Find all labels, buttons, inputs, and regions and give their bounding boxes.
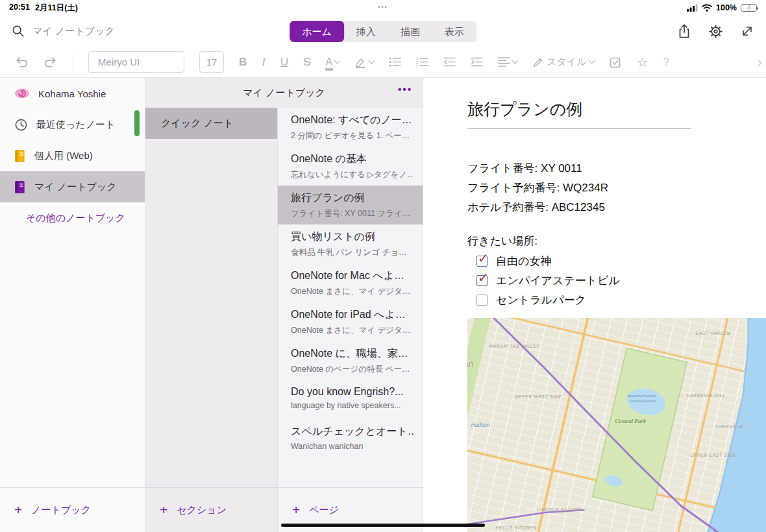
section-label: クイック ノート (161, 117, 233, 128)
multitask-dots: ••• (378, 4, 388, 10)
page-title-field[interactable]: 旅行プランの例 (467, 99, 766, 120)
page-preview: 食料品 牛乳 パン リンゴ チョ… (291, 247, 414, 258)
alignment-button[interactable] (498, 56, 517, 67)
settings-button[interactable] (708, 24, 723, 39)
outdent-icon (443, 56, 456, 67)
underline-button[interactable]: U (280, 56, 288, 69)
font-color-button[interactable]: A (326, 57, 340, 67)
svg-text:3: 3 (416, 64, 419, 67)
tab-insert[interactable]: 挿入 (344, 21, 388, 42)
section-item-quick-notes[interactable]: クイック ノート (145, 108, 277, 139)
check-icon: ✓ (478, 252, 489, 265)
share-button[interactable] (677, 23, 691, 39)
strikethrough-button[interactable]: S (303, 56, 310, 69)
page-list-item[interactable]: 買い物リストの例 食料品 牛乳 パン リンゴ チョ… (278, 224, 423, 263)
question-tag-button[interactable]: ? (663, 56, 669, 69)
tab-view[interactable]: 表示 (432, 21, 476, 42)
page-list-item[interactable]: スペルチェックとオート… Wanichan wanichan (278, 419, 423, 458)
page-list-item[interactable]: OneNote の基本 忘れないようにする ▷タグをノ… (278, 147, 423, 186)
tab-draw[interactable]: 描画 (388, 21, 432, 42)
undo-button[interactable] (14, 56, 29, 69)
numbered-list-icon: 123 (416, 56, 428, 67)
page-list-item[interactable]: OneNote: すべてのノー… 2 分間の ビデオを見る 1. ペー… (278, 108, 423, 147)
todo-label: 自由の女神 (496, 254, 551, 269)
sidebar-item-more-notebooks[interactable]: その他のノートブック (0, 202, 145, 234)
sidebar-item-personal-web[interactable]: 個人用 (Web) (0, 140, 145, 171)
svg-text:YORKVILLE: YORKVILLE (715, 424, 743, 429)
page-title: 旅行プランの例 (291, 191, 414, 205)
numbered-list-button[interactable]: 123 (416, 56, 428, 67)
sidebar-item-recent-notes[interactable]: 最近使ったノート (0, 109, 145, 140)
page-title: スペルチェックとオート… (291, 425, 414, 439)
redo-button[interactable] (43, 56, 58, 69)
page-title: 買い物リストの例 (291, 230, 414, 244)
page-list-item[interactable]: Do you know Engrish?... language by nati… (278, 380, 423, 419)
more-options-button[interactable]: ••• (398, 83, 412, 96)
svg-text:HELL'S KITCHEN: HELL'S KITCHEN (496, 526, 537, 530)
add-page-button[interactable]: + ページ (278, 503, 339, 516)
notebook-icon-yellow (14, 149, 26, 163)
page-title: OneNote の基本 (291, 152, 414, 166)
page-preview: フライト番号: XY 0011 フライ… (291, 208, 414, 219)
add-section-button[interactable]: + セクション (145, 503, 227, 516)
page-list-item[interactable]: OneNote に、職場、家… OneNote のページの特長 ペー… (278, 341, 423, 380)
plus-icon: + (160, 503, 167, 516)
sections-pages-panel: マイ ノートブック ••• クイック ノート + セクション (145, 78, 423, 532)
note-canvas[interactable]: 旅行プランの例 フライト番号: XY 0011 フライト予約番号: WQ234R… (423, 78, 766, 532)
tab-home[interactable]: ホーム (290, 21, 344, 42)
svg-text:LINCOLN SQUARE: LINCOLN SQUARE (537, 507, 582, 513)
indent-button[interactable] (471, 56, 483, 67)
italic-button[interactable]: I (262, 56, 266, 69)
highlight-button[interactable] (354, 56, 374, 68)
todo-item: ✓ エンパイアステートビル (467, 271, 766, 290)
todo-checkbox-checked[interactable]: ✓ (476, 275, 488, 286)
add-page-label: ページ (309, 504, 339, 516)
add-section-label: セクション (177, 504, 227, 516)
svg-text:Hudson: Hudson (471, 422, 491, 428)
page-list-item[interactable]: OneNote for Mac へよ… OneNote まさに、マイ デジタ… (278, 263, 423, 302)
todo-checkbox-checked[interactable]: ✓ (476, 256, 488, 267)
account-row[interactable]: Kohama Yoshie (0, 78, 145, 109)
formatting-toolbar: Meiryo UI 17 B I U S A 123 (0, 47, 766, 78)
add-notebook-button[interactable]: + ノートブック (0, 503, 91, 516)
styles-button[interactable]: スタイル (532, 56, 593, 68)
bullet-list-icon (389, 56, 401, 67)
sidebar-item-label: 個人用 (Web) (34, 150, 93, 162)
expand-icon (740, 24, 754, 38)
svg-text:Onassis Reservoir: Onassis Reservoir (630, 399, 656, 403)
important-tag-button[interactable]: ☆ (637, 56, 649, 69)
battery-icon (741, 4, 757, 12)
ribbon-tab-strip: ホーム 挿入 描画 表示 (290, 21, 476, 42)
notebook-title: マイ ノートブック (243, 87, 325, 99)
toolbar-overflow-button[interactable]: › (757, 56, 766, 69)
fullscreen-button[interactable] (740, 24, 754, 38)
page-list-item-selected[interactable]: 旅行プランの例 フライト番号: XY 0011 フライ… (278, 186, 423, 224)
outdent-button[interactable] (443, 56, 456, 67)
notebook-icon-purple (14, 180, 26, 194)
note-line: フライト番号: XY 0011 (467, 159, 766, 178)
search-field[interactable]: マイ ノートブック (12, 25, 115, 38)
svg-text:Central Park: Central Park (615, 418, 647, 424)
svg-text:UPPER WEST SIDE: UPPER WEST SIDE (515, 394, 562, 399)
note-line: ホテル予約番号: ABC12345 (467, 198, 766, 217)
bullet-list-button[interactable] (389, 56, 401, 67)
font-name-picker[interactable]: Meiryo UI (88, 51, 184, 73)
style-pen-icon (532, 56, 544, 68)
map-image[interactable]: ManhattanMANHATTAN VALLEYUPPER WEST SIDE… (467, 318, 766, 532)
todo-tag-button[interactable] (609, 56, 622, 69)
add-notebook-label: ノートブック (31, 504, 91, 516)
page-preview: 2 分間の ビデオを見る 1. ペー… (291, 130, 414, 141)
sidebar-item-my-notebook[interactable]: マイ ノートブック (0, 171, 145, 202)
title-underline (467, 128, 691, 129)
bold-button[interactable]: B (239, 56, 247, 69)
font-size-picker[interactable]: 17 (199, 51, 224, 73)
align-icon (498, 56, 510, 67)
page-preview: OneNote まさに、マイ デジタ… (291, 286, 414, 297)
home-indicator[interactable] (281, 524, 485, 527)
todo-checkbox-unchecked[interactable] (476, 295, 488, 306)
svg-text:EAST HARLEM: EAST HARLEM (696, 331, 732, 335)
search-scope-label: マイ ノートブック (32, 25, 115, 38)
page-list-item[interactable]: OneNote for iPad へよ… OneNote まさに、マイ デジタ… (278, 302, 423, 341)
svg-text:CARNEGIE HILL: CARNEGIE HILL (687, 393, 726, 398)
todo-label: エンパイアステートビル (496, 273, 620, 288)
